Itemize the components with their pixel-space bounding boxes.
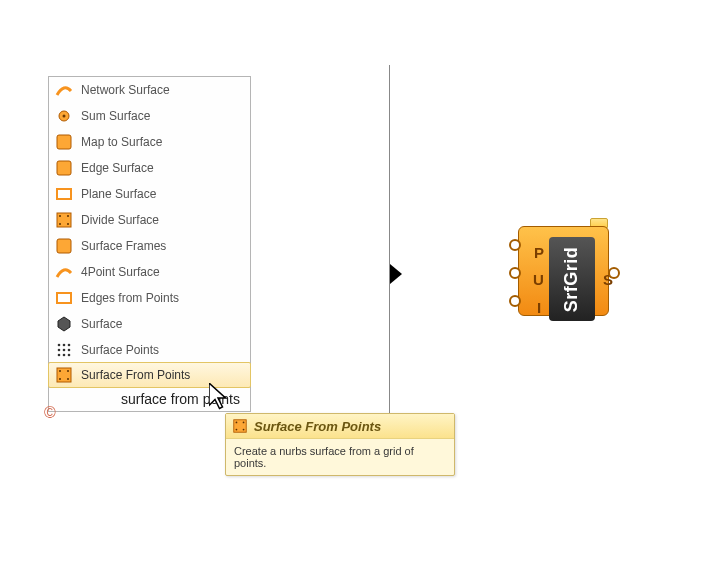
menu-item-surface-frames[interactable]: Surface Frames (49, 233, 250, 259)
menu-item-label: Divide Surface (81, 213, 159, 227)
tooltip-title: Surface From Points (254, 419, 381, 434)
output-port-s[interactable] (608, 267, 620, 279)
menu-item-label: Edges from Points (81, 291, 179, 305)
menu-item-label: Sum Surface (81, 109, 150, 123)
menu-item-divide-surface[interactable]: Divide Surface (49, 207, 250, 233)
menu-item-label: Plane Surface (81, 187, 156, 201)
menu-item-edges-from-points[interactable]: Edges from Points (49, 285, 250, 311)
edge-surface-icon (55, 159, 73, 177)
menu-item-label: Edge Surface (81, 161, 154, 175)
input-port-label-u: U (533, 271, 544, 288)
input-port-u[interactable] (509, 267, 521, 279)
menu-item-label: Surface From Points (81, 368, 190, 382)
surface-frames-icon (55, 237, 73, 255)
menu-item-surface[interactable]: Surface (49, 311, 250, 337)
component-name: SrfGrid (562, 246, 583, 312)
divider-arrow-icon (390, 264, 402, 284)
origin-marker-icon: © (44, 404, 56, 422)
input-port-label-p: P (534, 244, 544, 261)
plane-surface-icon (55, 185, 73, 203)
sum-surface-icon (55, 107, 73, 125)
network-surface-icon (55, 81, 73, 99)
tooltip-body: Create a nurbs surface from a grid of po… (226, 439, 454, 475)
menu-item-surface-from-points[interactable]: Surface From Points (48, 362, 251, 388)
surface-from-points-icon (55, 366, 73, 384)
search-row (49, 387, 250, 411)
menu-item-label: Map to Surface (81, 135, 162, 149)
input-port-i[interactable] (509, 295, 521, 307)
menu-item-edge-surface[interactable]: Edge Surface (49, 155, 250, 181)
menu-item-map-to-surface[interactable]: Map to Surface (49, 129, 250, 155)
input-port-label-i: I (537, 299, 541, 316)
canvas: Network Surface Sum Surface Map to Surfa… (0, 0, 712, 564)
surface-icon (55, 315, 73, 333)
vertical-divider (389, 65, 390, 457)
menu-item-label: 4Point Surface (81, 265, 160, 279)
component-body[interactable]: P U I S SrfGrid (518, 226, 609, 316)
component-center: SrfGrid (549, 237, 595, 321)
menu-item-label: Surface Frames (81, 239, 166, 253)
menu-item-sum-surface[interactable]: Sum Surface (49, 103, 250, 129)
divide-surface-icon (55, 211, 73, 229)
component-tooltip: Surface From Points Create a nurbs surfa… (225, 413, 455, 476)
surface-from-points-icon (232, 418, 248, 434)
edges-from-points-icon (55, 289, 73, 307)
tooltip-header: Surface From Points (226, 414, 454, 439)
menu-item-surface-points[interactable]: Surface Points (49, 337, 250, 363)
component-search-menu[interactable]: Network Surface Sum Surface Map to Surfa… (48, 76, 251, 412)
menu-item-label: Surface (81, 317, 122, 331)
component-search-input[interactable] (53, 390, 246, 408)
input-port-p[interactable] (509, 239, 521, 251)
menu-item-network-surface[interactable]: Network Surface (49, 77, 250, 103)
srfgrid-component[interactable]: P U I S SrfGrid (510, 219, 618, 323)
menu-item-4point-surface[interactable]: 4Point Surface (49, 259, 250, 285)
menu-item-label: Surface Points (81, 343, 159, 357)
menu-item-label: Network Surface (81, 83, 170, 97)
surface-points-icon (55, 341, 73, 359)
map-to-surface-icon (55, 133, 73, 151)
four-point-surface-icon (55, 263, 73, 281)
menu-item-plane-surface[interactable]: Plane Surface (49, 181, 250, 207)
